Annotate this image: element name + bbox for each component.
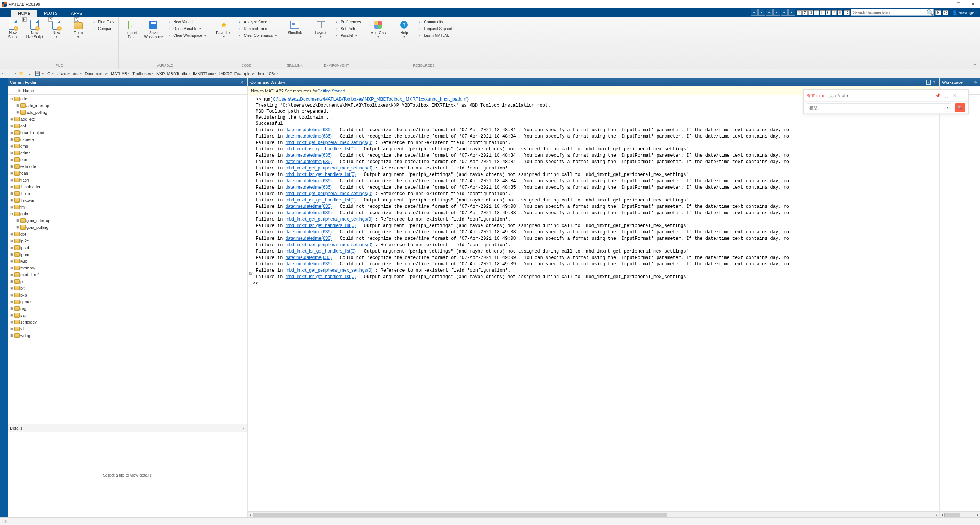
expand-icon[interactable]: ⊞	[10, 307, 14, 310]
expand-icon[interactable]: ⊞	[10, 185, 14, 189]
folder-node[interactable]: ⊞ cmp	[8, 143, 247, 150]
folder-node[interactable]: ⊞ sil	[8, 325, 247, 332]
expand-icon[interactable]: ⊞	[10, 131, 14, 135]
scroll-thumb[interactable]	[944, 512, 961, 517]
favorites-button[interactable]: ★Favorites▼	[213, 18, 234, 40]
panel-menu-icon[interactable]: ⊙	[240, 80, 245, 84]
command-window[interactable]: >> run('C:\Users\edz\Documents\MATLAB\To…	[248, 95, 939, 511]
error-link[interactable]: mbd_imxrt_isr_get_handlers_list(0)	[286, 274, 356, 279]
folder-node[interactable]: ⊞ model_ref	[8, 271, 247, 278]
breadcrumb-item[interactable]: imxrt106x▸	[256, 72, 280, 76]
translator-search-button[interactable]: 🔍	[955, 103, 965, 112]
error-link[interactable]: mbd_imxrt_isr_get_handlers_list(0)	[286, 248, 356, 254]
nav-history-button[interactable]: 🞃	[26, 70, 33, 77]
quick-access-button[interactable]: •	[751, 9, 757, 16]
error-link[interactable]: mbd_imxrt_get_peripheral_mex_settings(0)	[286, 165, 372, 170]
chevron-right-icon[interactable]: ▸	[52, 72, 54, 75]
folder-node[interactable]: ⊞ wdog	[8, 332, 247, 339]
chevron-right-icon[interactable]: ▸	[152, 72, 153, 75]
details-header[interactable]: Details ⌵	[8, 424, 247, 432]
expand-icon[interactable]: ⊞	[10, 205, 14, 209]
more-icon[interactable]: ⋮	[960, 93, 965, 99]
folder-node[interactable]: ⊞ board_object	[8, 129, 247, 136]
translator-tab[interactable]: 英汉互译 ▾	[829, 93, 848, 99]
panel-menu-icon[interactable]: ⊙	[932, 80, 936, 84]
chevron-right-icon[interactable]: ▸	[128, 72, 129, 75]
folder-node[interactable]: ⊞ enc	[8, 156, 247, 163]
folder-node[interactable]: ⊞ extmode	[8, 163, 247, 170]
chevron-down-icon[interactable]: ▾	[947, 106, 948, 109]
folder-node[interactable]: ⊞ adc_etc	[8, 116, 247, 123]
breadcrumb-item[interactable]: Users▸	[55, 72, 72, 76]
expand-icon[interactable]: ⊞	[10, 239, 14, 243]
expand-icon[interactable]: ⊞	[16, 219, 19, 223]
error-link[interactable]: datetime.datetime(636)	[286, 185, 332, 190]
error-link[interactable]: mbd_imxrt_isr_get_handlers_list(0)	[286, 172, 356, 177]
folder-node[interactable]: ⊞ pil	[8, 278, 247, 285]
folder-node[interactable]: ⊞ memory	[8, 264, 247, 271]
error-link[interactable]: mbd_imxrt_isr_get_handlers_list(0)	[286, 146, 356, 151]
new-live-script-button[interactable]: New Live Script	[24, 18, 45, 41]
run-and-time-button[interactable]: ▪Run and Time	[236, 25, 279, 32]
folder-node[interactable]: ⊞ flash	[8, 177, 247, 183]
set-path-button[interactable]: ▪Set Path	[333, 25, 362, 32]
parallel-button[interactable]: ▪Parallel ▼	[333, 32, 362, 38]
analyze-code-button[interactable]: ▪Analyze Code	[236, 19, 279, 25]
expand-icon[interactable]: ⛶	[943, 93, 949, 99]
quick-access-button[interactable]: •	[758, 9, 765, 16]
error-link[interactable]: mbd_imxrt_get_peripheral_mex_settings(0)	[286, 267, 372, 273]
expand-icon[interactable]: ⊞	[10, 151, 14, 155]
error-link[interactable]: datetime.datetime(636)	[286, 134, 332, 139]
expand-icon[interactable]: ⊞	[16, 104, 19, 108]
expand-icon[interactable]: ⊞	[10, 280, 14, 283]
breadcrumb-item[interactable]: Toolboxes▸	[131, 72, 155, 76]
expand-icon[interactable]: ⊞	[10, 293, 14, 297]
clear-commands-button[interactable]: ▪Clear Commands ▼	[236, 32, 279, 38]
error-link[interactable]: datetime.datetime(636)	[286, 127, 332, 132]
horizontal-scrollbar[interactable]: ◂ ▸	[940, 511, 980, 517]
chevron-right-icon[interactable]: ▸	[68, 72, 70, 75]
folder-node[interactable]: ⊞ reg	[8, 305, 247, 312]
expand-icon[interactable]: ⊞	[10, 246, 14, 250]
error-link[interactable]: datetime.datetime(636)	[286, 153, 332, 158]
folder-node[interactable]: ⊞ lpuart	[8, 251, 247, 258]
breadcrumb-item[interactable]: NXP_MBDToolbox_IMXRT1xxx▸	[155, 72, 218, 76]
folder-node[interactable]: ⊞ lpi2c	[8, 237, 247, 244]
command-prompt[interactable]: >>	[250, 280, 936, 286]
expand-icon[interactable]: ⊞	[10, 178, 14, 182]
save-workspace-button[interactable]: Save Workspace	[143, 18, 164, 41]
folder-node[interactable]: ⊞ qtimer	[8, 298, 247, 305]
tab-plots[interactable]: PLOTSP	[37, 10, 64, 16]
expand-icon[interactable]: ⊞	[10, 171, 14, 175]
addons-button[interactable]: Add-Ons▼	[368, 18, 388, 40]
expand-icon[interactable]: ⊞	[10, 124, 14, 128]
error-link[interactable]: datetime.datetime(636)	[286, 178, 332, 183]
scroll-right-icon[interactable]: ▸	[975, 512, 980, 518]
expand-icon[interactable]: ⊞	[10, 165, 14, 169]
folder-node[interactable]: ⊞ edma	[8, 150, 247, 156]
open-variable-button[interactable]: ▪Open Variable ▼	[165, 25, 207, 32]
doc-search[interactable]: 🔍	[851, 9, 934, 16]
simulink-button[interactable]: Simulink	[285, 18, 305, 37]
close-icon[interactable]: ✕	[952, 93, 957, 99]
folder-node[interactable]: ⊞ lwip	[8, 258, 247, 264]
error-link[interactable]: mbd_imxrt_get_peripheral_mex_settings(0)	[286, 140, 372, 145]
layout-button[interactable]: Layout▼	[310, 18, 331, 40]
panel-menu-icon[interactable]: ⊙	[973, 80, 978, 84]
expand-icon[interactable]: ⊞	[10, 158, 14, 162]
expand-icon[interactable]: ⊞	[10, 300, 14, 304]
folder-node[interactable]: ⊞ sai	[8, 312, 247, 319]
expand-icon[interactable]: ⊞	[16, 110, 19, 114]
column-header[interactable]: 🗎 Name ▴	[8, 86, 247, 95]
breadcrumb-item[interactable]: IMXRT_Examples▸	[218, 72, 256, 76]
folder-node[interactable]: ⊞ fcan	[8, 170, 247, 177]
pin-icon[interactable]: 📌	[935, 93, 940, 99]
new-script-button[interactable]: New Script	[2, 18, 23, 41]
error-link[interactable]: datetime.datetime(636)	[286, 235, 332, 241]
error-link[interactable]: datetime.datetime(636)	[286, 204, 332, 209]
close-button[interactable]: ✕	[966, 0, 980, 8]
find-files-button[interactable]: ▪Find Files	[90, 19, 115, 25]
panel-header[interactable]: Command Window T ⊙	[248, 78, 939, 86]
chevron-right-icon[interactable]: ▸	[215, 72, 216, 75]
maximize-button[interactable]: ❐	[951, 0, 966, 8]
